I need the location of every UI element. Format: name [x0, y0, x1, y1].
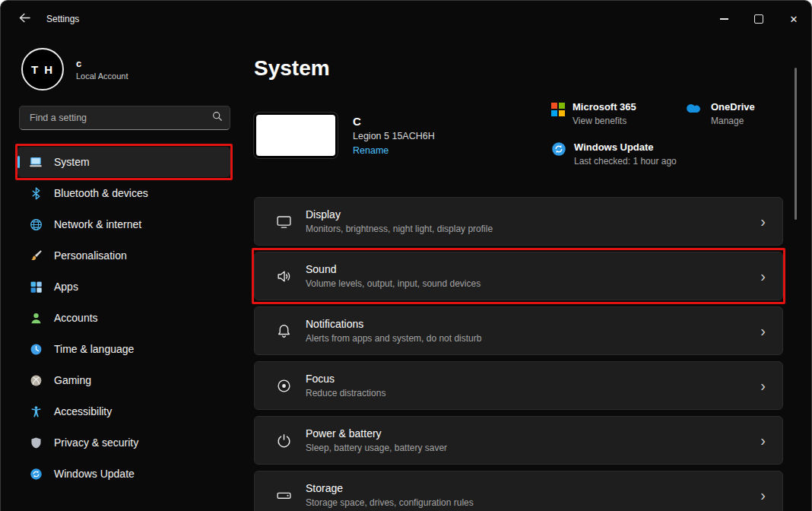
chevron-right-icon: › — [760, 323, 769, 338]
close-button[interactable]: ✕ — [776, 1, 811, 37]
device-name: C — [353, 115, 435, 128]
status-subtitle: Last checked: 1 hour ago — [574, 156, 677, 167]
avatar: T H — [21, 48, 64, 90]
sound-icon — [275, 268, 292, 284]
card-title: Storage — [306, 482, 474, 494]
card-title: Focus — [306, 373, 385, 385]
network-icon — [29, 217, 43, 231]
chevron-right-icon: › — [760, 433, 769, 448]
power-icon — [275, 432, 292, 449]
windows-update-icon — [29, 467, 43, 481]
window-body: T H c Local Account System — [1, 37, 811, 511]
maximize-button[interactable] — [741, 1, 776, 37]
search-input[interactable] — [28, 112, 212, 124]
settings-card-display[interactable]: Display Monitors, brightness, night ligh… — [254, 197, 783, 246]
card-subtitle: Storage space, drives, configuration rul… — [306, 497, 474, 508]
status-microsoft-365[interactable]: Microsoft 365 View benefits — [551, 101, 671, 126]
status-title: Microsoft 365 — [573, 101, 636, 113]
card-title: Sound — [306, 263, 481, 275]
search-box[interactable] — [19, 106, 230, 130]
user-account-type: Local Account — [76, 71, 128, 81]
focus-icon — [275, 377, 292, 394]
accessibility-icon — [29, 405, 43, 418]
status-title: Windows Update — [574, 141, 677, 153]
card-subtitle: Monitors, brightness, night light, displ… — [306, 224, 493, 234]
apps-icon — [29, 280, 43, 294]
settings-list: Display Monitors, brightness, night ligh… — [254, 197, 783, 511]
window-title: Settings — [46, 14, 79, 24]
sidebar-item-label: Personalisation — [54, 249, 127, 262]
storage-icon — [275, 487, 292, 503]
search-icon — [212, 111, 223, 125]
status-grid: Microsoft 365 View benefits OneDrive Man… — [551, 101, 779, 167]
main-content: System C Legion 5 15ACH6H Rename Microso… — [246, 37, 811, 511]
sidebar-item-label: Gaming — [54, 374, 91, 386]
status-onedrive[interactable]: OneDrive Manage — [684, 101, 779, 126]
sidebar-item-bluetooth-devices[interactable]: Bluetooth & devices — [17, 178, 230, 208]
device-image — [254, 113, 338, 158]
user-name: c — [76, 58, 128, 69]
sidebar: T H c Local Account System — [1, 37, 246, 511]
sidebar-item-privacy-security[interactable]: Privacy & security — [17, 427, 230, 458]
accounts-icon — [29, 311, 43, 325]
sidebar-item-label: Accounts — [54, 312, 98, 324]
user-profile[interactable]: T H c Local Account — [1, 37, 246, 90]
sidebar-item-label: Privacy & security — [54, 436, 138, 449]
selected-indicator — [17, 156, 20, 168]
chevron-right-icon: › — [760, 268, 769, 284]
device-info: C Legion 5 15ACH6H Rename — [353, 115, 435, 157]
sidebar-item-windows-update[interactable]: Windows Update — [17, 459, 230, 489]
scrollbar-thumb[interactable] — [795, 68, 797, 220]
sidebar-item-accounts[interactable]: Accounts — [17, 303, 230, 333]
settings-card-power-battery[interactable]: Power & battery Sleep, battery usage, ba… — [254, 416, 783, 465]
settings-card-sound[interactable]: Sound Volume levels, output, input, soun… — [254, 252, 783, 300]
minimize-button[interactable] — [706, 1, 741, 37]
onedrive-icon — [684, 101, 703, 117]
settings-card-focus[interactable]: Focus Reduce distractions › — [254, 361, 783, 410]
system-icon — [29, 155, 43, 169]
minimize-icon — [720, 18, 728, 19]
status-subtitle[interactable]: Manage — [711, 116, 755, 126]
sidebar-item-label: System — [54, 156, 90, 168]
sidebar-item-accessibility[interactable]: Accessibility — [17, 396, 230, 427]
settings-window: Settings ✕ T H c Local Account — [0, 0, 812, 511]
chevron-right-icon: › — [760, 378, 769, 393]
card-subtitle: Volume levels, output, input, sound devi… — [306, 278, 481, 289]
sidebar-item-label: Bluetooth & devices — [54, 187, 148, 199]
status-subtitle[interactable]: View benefits — [573, 116, 636, 126]
sidebar-item-network-internet[interactable]: Network & internet — [17, 209, 230, 240]
card-title: Power & battery — [306, 427, 447, 440]
time-language-icon — [29, 342, 43, 356]
settings-card-notifications[interactable]: Notifications Alerts from apps and syste… — [254, 306, 783, 355]
device-model: Legion 5 15ACH6H — [353, 131, 435, 141]
card-subtitle: Alerts from apps and system, do not dist… — [306, 333, 481, 344]
sidebar-item-system[interactable]: System — [17, 147, 230, 177]
bluetooth-icon — [29, 186, 43, 200]
windows-update-status-icon — [551, 141, 566, 160]
sidebar-item-label: Accessibility — [54, 405, 112, 417]
notifications-icon — [275, 322, 292, 339]
sidebar-item-personalisation[interactable]: Personalisation — [17, 240, 230, 271]
card-subtitle: Sleep, battery usage, battery saver — [306, 443, 447, 453]
device-header: C Legion 5 15ACH6H Rename Microsoft 365 … — [254, 112, 783, 159]
scrollbar[interactable] — [795, 66, 798, 386]
card-title: Notifications — [306, 318, 481, 330]
status-title: OneDrive — [711, 101, 755, 113]
sidebar-item-gaming[interactable]: Gaming — [17, 365, 230, 395]
page-title: System — [254, 56, 783, 81]
settings-card-storage[interactable]: Storage Storage space, drives, configura… — [254, 471, 783, 511]
sidebar-item-time-language[interactable]: Time & language — [17, 334, 230, 364]
status-windows-update[interactable]: Windows Update Last checked: 1 hour ago — [551, 141, 671, 167]
back-button[interactable] — [11, 8, 37, 30]
sidebar-item-apps[interactable]: Apps — [17, 271, 230, 302]
rename-link[interactable]: Rename — [353, 145, 389, 156]
sidebar-item-label: Windows Update — [54, 468, 135, 480]
card-subtitle: Reduce distractions — [306, 388, 385, 398]
titlebar: Settings ✕ — [1, 1, 811, 37]
annotation-box-system — [15, 144, 233, 180]
back-arrow-icon — [18, 12, 31, 26]
sidebar-item-label: Time & language — [54, 343, 134, 355]
chevron-right-icon: › — [760, 487, 769, 503]
window-controls: ✕ — [706, 1, 811, 37]
personalisation-icon — [29, 249, 43, 262]
